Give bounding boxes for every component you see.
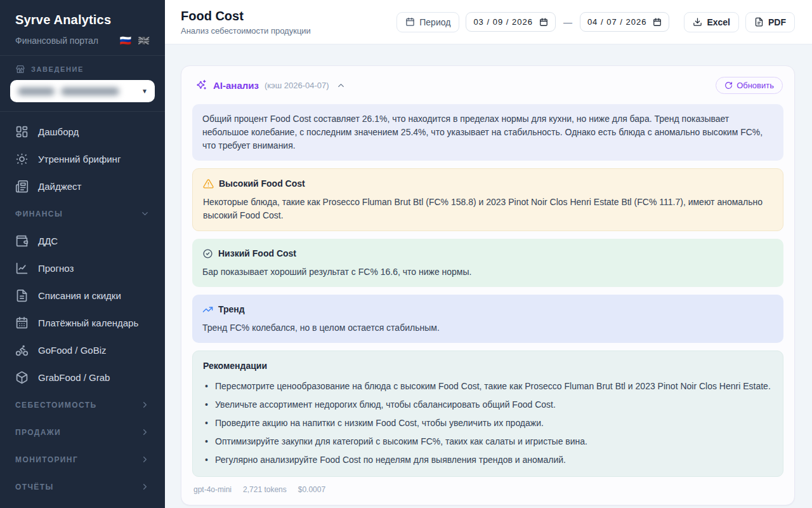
date-from-input[interactable]: 03 / 09 / 2026 (466, 12, 556, 32)
ai-summary-text: Общий процент Food Cost составляет 26.1%… (202, 114, 763, 150)
sidebar-section-reports[interactable]: ОТЧЁТЫ (0, 473, 165, 500)
recommendation-item: Пересмотрите ценообразование на блюда с … (203, 380, 773, 393)
sidebar-item-dashboard[interactable]: Дашборд (0, 118, 165, 145)
sidebar-section-monitoring[interactable]: МОНИТОРИНГ (0, 446, 165, 473)
redacted-venue-text (61, 88, 119, 95)
sidebar-item-dds[interactable]: ДДС (0, 227, 165, 255)
ai-analysis-panel: AI-анализ (кэш 2026-04-07) Обновить Общи… (181, 65, 795, 505)
language-en-flag[interactable]: 🇬🇧 (138, 35, 150, 46)
sun-icon (15, 152, 29, 166)
check-circle-icon (202, 248, 213, 259)
date-to-input[interactable]: 04 / 07 / 2026 (580, 12, 670, 32)
calendar-icon[interactable] (653, 18, 662, 27)
ai-recommendations-card: Рекомендации Пересмотрите ценообразовани… (192, 351, 783, 477)
alert-title: Тренд (218, 303, 245, 316)
redacted-venue-text (18, 88, 55, 95)
export-excel-button[interactable]: Excel (684, 12, 739, 32)
ai-alert-low-foodcost: Низкий Food Cost Бар показывает хороший … (192, 239, 783, 287)
sidebar-section-cost[interactable]: СЕБЕСТОИМОСТЬ (0, 391, 165, 418)
store-icon (15, 64, 25, 74)
sidebar-section-sales[interactable]: ПРОДАЖИ (0, 418, 165, 446)
recommendation-item: Оптимизируйте закупки для категорий с вы… (203, 435, 773, 448)
alert-title: Высокий Food Cost (219, 177, 305, 190)
trending-up-icon (202, 304, 213, 315)
sidebar-item-forecast[interactable]: Прогноз (0, 255, 165, 282)
sidebar-item-gofood[interactable]: GoFood / GoBiz (0, 337, 165, 364)
recommendation-item: Проведите акцию на напитки с низким Food… (203, 417, 773, 430)
ai-cache-note: (кэш 2026-04-07) (265, 81, 329, 90)
file-text-icon (15, 289, 29, 302)
alert-text: Тренд FC% колебался, но в целом остается… (202, 321, 773, 335)
model-name: gpt-4o-mini (193, 485, 232, 494)
package-icon (15, 371, 29, 384)
venue-section-label: ЗАВЕДЕНИЕ (10, 64, 155, 80)
page-header: Food Cost Анализ себестоимости продукции… (165, 0, 812, 44)
chevron-down-icon (140, 209, 150, 218)
bike-icon (15, 344, 29, 357)
chevron-up-icon[interactable] (336, 81, 346, 90)
sidebar-item-digest[interactable]: Дайджест (0, 173, 165, 200)
content-area: AI-анализ (кэш 2026-04-07) Обновить Общи… (165, 44, 812, 508)
recommendations-list: Пересмотрите ценообразование на блюда с … (203, 380, 773, 467)
period-button[interactable]: Период (396, 12, 459, 32)
file-icon (754, 17, 764, 27)
export-pdf-button[interactable]: PDF (745, 12, 795, 32)
sidebar-item-morning-briefing[interactable]: Утренний брифинг (0, 145, 165, 173)
cost-value: $0.0007 (298, 485, 325, 494)
chevron-right-icon (140, 482, 150, 491)
alert-text: Некоторые блюда, такие как Prosecco Flum… (203, 196, 773, 222)
language-ru-flag[interactable]: 🇷🇺 (120, 35, 132, 46)
chevron-right-icon (140, 427, 150, 437)
wallet-icon (15, 234, 29, 248)
ai-panel-footer: gpt-4o-mini 2,721 tokens $0.0007 (192, 477, 783, 494)
app-title: Syrve Analytics (15, 13, 150, 27)
page-title: Food Cost (181, 9, 311, 23)
recommendation-item: Регулярно анализируйте Food Cost по неде… (203, 453, 773, 467)
recommendations-title: Рекомендации (203, 359, 773, 373)
sidebar-item-grabfood[interactable]: GrabFood / Grab (0, 364, 165, 391)
ai-alert-trend: Тренд Тренд FC% колебался, но в целом ос… (192, 295, 783, 343)
ai-summary-card: Общий процент Food Cost составляет 26.1%… (192, 104, 783, 161)
ai-alert-high-foodcost: Высокий Food Cost Некоторые блюда, такие… (192, 168, 783, 231)
alert-triangle-icon (203, 178, 214, 189)
refresh-button[interactable]: Обновить (716, 77, 783, 94)
calendar-icon (405, 17, 415, 27)
sidebar-item-payment-calendar[interactable]: Платёжный календарь (0, 309, 165, 337)
app-subtitle: Финансовый портал (15, 36, 98, 46)
sparkles-icon (195, 79, 207, 91)
recommendation-item: Увеличьте ассортимент недорогих блюд, чт… (203, 398, 773, 411)
page-subtitle: Анализ себестоимости продукции (181, 26, 311, 36)
token-count: 2,721 tokens (243, 485, 287, 494)
sidebar-menu: Дашборд Утренний брифинг Дайджест ФИНАНС… (0, 112, 165, 500)
refresh-icon (724, 81, 733, 90)
sidebar-item-writeoffs-discounts[interactable]: Списания и скидки (0, 282, 165, 309)
venue-select[interactable]: ▼ (10, 80, 155, 102)
dashboard-icon (15, 125, 29, 138)
chevron-right-icon (140, 455, 150, 464)
newspaper-icon (15, 180, 29, 193)
date-range-separator: — (562, 17, 573, 27)
chevron-down-icon: ▼ (141, 88, 148, 95)
ai-analysis-title: AI-анализ (213, 80, 259, 91)
chart-line-icon (15, 262, 29, 275)
alert-title: Низкий Food Cost (218, 247, 296, 260)
chevron-right-icon (140, 400, 150, 410)
sidebar-section-finance[interactable]: ФИНАНСЫ (0, 200, 165, 227)
calendar-icon (15, 316, 29, 330)
download-icon (693, 17, 702, 27)
calendar-icon[interactable] (539, 18, 548, 27)
sidebar: Syrve Analytics Финансовый портал 🇷🇺 🇬🇧 … (0, 0, 165, 508)
alert-text: Бар показывает хороший результат с FC% 1… (202, 265, 773, 279)
main-area: Food Cost Анализ себестоимости продукции… (165, 0, 812, 508)
